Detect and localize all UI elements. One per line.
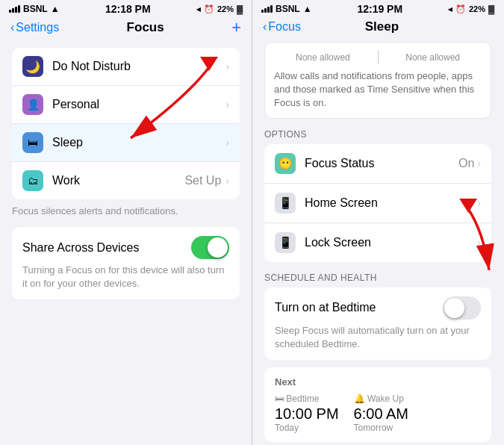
next-wakeup-day: Tomorrow bbox=[354, 423, 408, 433]
bedtime-toggle[interactable] bbox=[443, 296, 481, 320]
status-right-left: ◂ ⏰ 22% ▓ bbox=[196, 4, 243, 14]
home-screen-label: Home Screen bbox=[305, 196, 477, 210]
sleep-label: Sleep bbox=[52, 136, 225, 149]
focus-item-work[interactable]: 🗂 Work Set Up › bbox=[12, 162, 240, 199]
personal-chevron: › bbox=[225, 99, 229, 111]
back-chevron-icon: ‹ bbox=[10, 21, 14, 34]
right-nav-title: Sleep bbox=[365, 19, 399, 34]
edit-link[interactable]: Edit bbox=[252, 442, 503, 445]
left-panel: BSNL ▲ 12:18 PM ◂ ⏰ 22% ▓ ‹ Settings Foc… bbox=[0, 0, 252, 445]
lock-screen-chevron: › bbox=[477, 237, 481, 249]
battery-left: 22% bbox=[217, 4, 234, 13]
personal-icon: 👤 bbox=[22, 94, 43, 115]
battery-right: 22% bbox=[469, 4, 485, 13]
back-label-right: Focus bbox=[268, 20, 301, 34]
next-row: 🛏 Bedtime 10:00 PM Today 🔔 Wake Up 6:00 … bbox=[275, 393, 481, 433]
share-row: Share Across Devices bbox=[22, 236, 229, 259]
next-card: Next 🛏 Bedtime 10:00 PM Today 🔔 Wake Up … bbox=[264, 367, 491, 442]
add-focus-button[interactable]: + bbox=[231, 19, 241, 36]
focus-list-card: 🌙 Do Not Disturb › 👤 Personal › 🛏 Sleep … bbox=[12, 48, 240, 199]
bedtime-toggle-thumb bbox=[444, 298, 464, 318]
next-title: Next bbox=[275, 376, 481, 388]
bedtime-card: Turn on at Bedtime Sleep Focus will auto… bbox=[264, 287, 491, 360]
notif-col-left: None allowed bbox=[274, 50, 372, 63]
work-chevron: › bbox=[225, 175, 229, 187]
focus-footer-note: Focus silences alerts and notifications. bbox=[0, 199, 252, 217]
right-nav-bar: ‹ Focus Sleep bbox=[252, 16, 503, 39]
wifi-icon: ▲ bbox=[51, 4, 60, 14]
next-wakeup-col: 🔔 Wake Up 6:00 AM Tomorrow bbox=[354, 393, 408, 433]
home-screen-chevron: › bbox=[477, 197, 481, 209]
location-icon: ◂ bbox=[196, 4, 201, 14]
share-label: Share Across Devices bbox=[22, 241, 140, 255]
work-icon: 🗂 bbox=[22, 170, 43, 191]
battery-icon-right: ▓ bbox=[488, 4, 494, 13]
option-lock-screen[interactable]: 📱 Lock Screen › bbox=[264, 223, 491, 262]
focus-status-icon: 😶 bbox=[275, 153, 296, 174]
location-icon-right: ◂ bbox=[448, 4, 452, 14]
next-bedtime-col: 🛏 Bedtime 10:00 PM Today bbox=[275, 393, 339, 433]
notif-col-right-label: None allowed bbox=[405, 52, 460, 63]
share-toggle-thumb bbox=[208, 237, 228, 258]
next-wakeup-time: 6:00 AM bbox=[354, 405, 408, 423]
dnd-label: Do Not Disturb bbox=[52, 60, 225, 73]
sched-header: SCHEDULE AND HEALTH bbox=[252, 262, 503, 287]
work-label: Work bbox=[52, 174, 184, 187]
right-status-bar: BSNL ▲ 12:19 PM ◂ ⏰ 22% ▓ bbox=[252, 0, 503, 16]
focus-status-value: On bbox=[458, 157, 474, 170]
focus-item-personal[interactable]: 👤 Personal › bbox=[12, 86, 240, 124]
alarm-icon: ⏰ bbox=[204, 4, 214, 14]
dnd-icon: 🌙 bbox=[22, 56, 43, 77]
bedtime-desc: Sleep Focus will automatically turn on a… bbox=[275, 324, 481, 351]
share-card: Share Across Devices Turning a Focus on … bbox=[12, 227, 240, 299]
option-focus-status[interactable]: 😶 Focus Status On › bbox=[264, 144, 491, 184]
focus-item-sleep[interactable]: 🛏 Sleep › bbox=[12, 124, 240, 162]
bedtime-row: Turn on at Bedtime bbox=[275, 296, 481, 320]
notif-col-right: None allowed bbox=[384, 50, 482, 63]
alarm-icon-right: ⏰ bbox=[455, 4, 466, 14]
work-value: Set Up bbox=[184, 174, 221, 187]
notif-col-left-label: None allowed bbox=[296, 52, 350, 63]
right-content: None allowed None allowed Allow calls an… bbox=[252, 39, 503, 445]
carrier-right: BSNL bbox=[276, 4, 300, 14]
lock-screen-label: Lock Screen bbox=[305, 236, 477, 249]
sleep-chevron: › bbox=[225, 137, 229, 149]
back-to-settings[interactable]: ‹ Settings bbox=[10, 21, 59, 34]
bedtime-label: Turn on at Bedtime bbox=[275, 301, 376, 314]
left-nav-title: Focus bbox=[127, 20, 164, 35]
options-card: 😶 Focus Status On › 📱 Home Screen › 📱 Lo… bbox=[264, 144, 491, 262]
signal-bars bbox=[9, 5, 20, 13]
back-label: Settings bbox=[16, 21, 59, 34]
left-nav-bar: ‹ Settings Focus + bbox=[0, 16, 252, 40]
focus-status-label: Focus Status bbox=[305, 157, 458, 170]
lock-screen-icon: 📱 bbox=[275, 232, 296, 253]
notif-card: None allowed None allowed Allow calls an… bbox=[264, 42, 491, 119]
share-toggle[interactable] bbox=[191, 236, 229, 259]
status-right-right: ◂ ⏰ 22% ▓ bbox=[448, 4, 494, 14]
time-left: 12:18 PM bbox=[105, 3, 151, 15]
focus-item-do-not-disturb[interactable]: 🌙 Do Not Disturb › bbox=[12, 48, 240, 86]
left-content: 🌙 Do Not Disturb › 👤 Personal › 🛏 Sleep … bbox=[0, 40, 252, 445]
personal-label: Personal bbox=[52, 98, 225, 111]
back-to-focus[interactable]: ‹ Focus bbox=[263, 20, 301, 34]
dnd-chevron: › bbox=[225, 60, 229, 72]
focus-status-chevron: › bbox=[477, 158, 481, 169]
left-status-bar: BSNL ▲ 12:18 PM ◂ ⏰ 22% ▓ bbox=[0, 0, 252, 16]
next-bedtime-day: Today bbox=[275, 423, 339, 433]
focus-list-section: 🌙 Do Not Disturb › 👤 Personal › 🛏 Sleep … bbox=[0, 48, 252, 199]
signal-bars-right bbox=[261, 5, 273, 13]
share-desc: Turning a Focus on for this device will … bbox=[22, 264, 229, 290]
options-header: OPTIONS bbox=[252, 119, 503, 144]
back-chevron-icon-right: ‹ bbox=[263, 20, 267, 34]
sleep-icon: 🛏 bbox=[22, 132, 43, 153]
next-bedtime-time: 10:00 PM bbox=[275, 405, 339, 423]
notif-text: Allow calls and notifications from peopl… bbox=[274, 69, 482, 111]
right-panel: BSNL ▲ 12:19 PM ◂ ⏰ 22% ▓ ‹ Focus Sleep … bbox=[252, 0, 503, 445]
next-wakeup-label: 🔔 Wake Up bbox=[354, 393, 408, 404]
notif-divider bbox=[378, 50, 379, 63]
next-bedtime-label: 🛏 Bedtime bbox=[275, 393, 339, 404]
battery-icon: ▓ bbox=[237, 4, 243, 13]
option-home-screen[interactable]: 📱 Home Screen › bbox=[264, 184, 491, 223]
notif-row: None allowed None allowed bbox=[274, 50, 482, 63]
time-right: 12:19 PM bbox=[357, 3, 402, 15]
